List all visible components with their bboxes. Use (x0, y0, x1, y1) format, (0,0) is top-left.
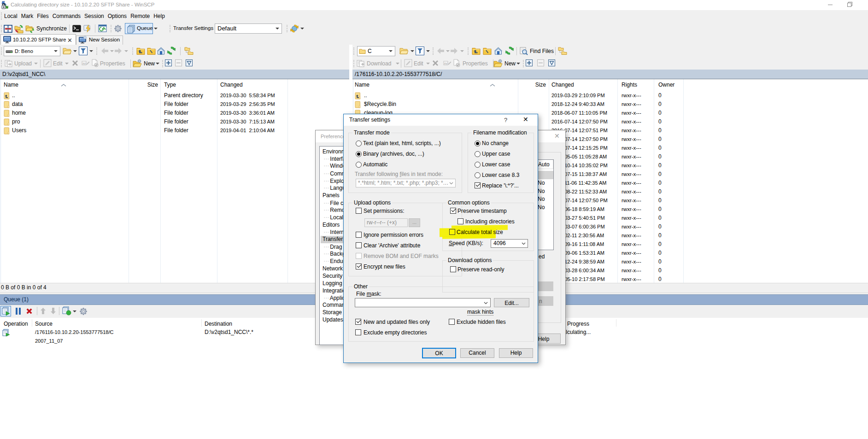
svg-text:xv: xv (82, 62, 86, 65)
svg-text:xv: xv (444, 62, 448, 65)
